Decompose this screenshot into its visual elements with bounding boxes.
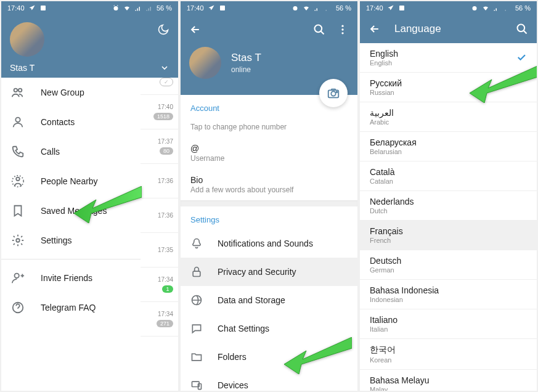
phone-icon <box>11 145 25 158</box>
language-item-italian[interactable]: Italiano Italian <box>360 309 537 339</box>
person-icon <box>11 115 25 129</box>
svg-point-16 <box>341 28 343 30</box>
settings-item-label: Chat Settings <box>218 324 269 333</box>
language-native: Italiano <box>370 315 527 325</box>
avatar[interactable] <box>10 22 44 57</box>
drawer-item-invite-friends[interactable]: Invite Friends <box>1 263 141 293</box>
divider <box>1 259 141 259</box>
status-bar: 17:40 56 % <box>1 1 178 15</box>
back-icon[interactable] <box>189 23 202 36</box>
drawer-item-telegram-faq[interactable]: Telegram FAQ <box>1 293 141 322</box>
drawer-item-saved-messages[interactable]: Saved Messages <box>1 196 141 226</box>
chat-row[interactable]: 17:341 <box>141 267 178 302</box>
check-icon <box>516 52 527 63</box>
language-item-german[interactable]: Deutsch German <box>360 250 537 280</box>
settings-item-label: Data and Storage <box>218 295 285 305</box>
signal2-icon <box>145 4 153 12</box>
language-item-catalan[interactable]: Català Catalan <box>360 161 537 191</box>
svg-point-17 <box>341 32 343 34</box>
status-time: 17:40 <box>7 4 25 12</box>
language-item-korean[interactable]: 한국어 Korean <box>360 339 537 370</box>
invite-icon <box>11 271 25 285</box>
search-icon[interactable] <box>313 23 325 36</box>
signal2-icon <box>504 4 512 12</box>
language-item-malay[interactable]: Bahasa Melayu Malay <box>360 370 537 391</box>
svg-point-20 <box>336 91 338 92</box>
language-english: Indonesian <box>370 296 527 303</box>
language-english: English <box>370 59 527 67</box>
settings-item-privacy-and-security[interactable]: Privacy and Security <box>181 258 357 286</box>
language-item-indonesian[interactable]: Bahasa Indonesia Indonesian <box>360 280 537 309</box>
language-item-dutch[interactable]: Nederlands Dutch <box>360 191 537 221</box>
camera-button[interactable] <box>319 79 348 107</box>
language-item-arabic[interactable]: العربية Arabic <box>360 102 537 132</box>
language-english: Belarusian <box>370 148 527 155</box>
language-english: Catalan <box>370 178 527 185</box>
chat-row[interactable]: 17:34271 <box>141 302 178 337</box>
profile-header: Stas T online <box>181 15 357 95</box>
language-english: Arabic <box>370 118 527 126</box>
battery-pct: 56 % <box>515 4 531 12</box>
svg-point-15 <box>341 25 343 27</box>
svg-point-29 <box>518 25 525 32</box>
drawer-item-people-nearby[interactable]: People Nearby <box>1 166 141 196</box>
language-english: Russian <box>370 89 527 96</box>
signal-icon <box>314 4 321 12</box>
language-item-belarusian[interactable]: Беларуская Belarusian <box>360 132 537 161</box>
night-mode-icon[interactable] <box>157 23 169 36</box>
language-item-english[interactable]: English English <box>360 43 537 73</box>
more-icon[interactable] <box>336 23 349 36</box>
settings-item-devices[interactable]: Devices <box>181 371 357 391</box>
phone-field[interactable]: Tap to change phone number <box>181 118 357 137</box>
language-english: Italian <box>370 325 527 333</box>
chevron-down-icon[interactable] <box>160 63 169 73</box>
settings-item-label: Privacy and Security <box>218 267 296 277</box>
chat-row[interactable]: 17:36 <box>141 164 178 198</box>
lock-icon <box>190 266 203 278</box>
language-english: French <box>370 237 527 244</box>
drawer-item-label: Invite Friends <box>41 273 92 283</box>
svg-point-28 <box>472 6 476 10</box>
username-field[interactable]: @ Username <box>181 137 357 169</box>
drawer-item-new-group[interactable]: New Group <box>1 78 141 107</box>
status-bar: 17:40 56 % <box>181 1 357 15</box>
language-english: Dutch <box>370 207 527 214</box>
chat-row[interactable]: 17:401518 <box>141 95 178 129</box>
signal2-icon <box>325 4 332 12</box>
svg-rect-27 <box>399 6 404 10</box>
language-panel: 17:40 56 % Language English English Русс… <box>360 1 537 391</box>
signal-icon <box>493 4 500 12</box>
svg-rect-0 <box>41 6 46 10</box>
language-item-french[interactable]: Français French <box>360 221 537 250</box>
settings-item-chat-settings[interactable]: Chat Settings <box>181 314 357 343</box>
drawer-header: Stas T <box>1 15 178 78</box>
chat-row[interactable]: 17:36 <box>141 198 178 233</box>
svg-point-6 <box>16 178 20 181</box>
svg-point-9 <box>15 274 19 278</box>
bio-field[interactable]: Bio Add a few words about yourself <box>181 169 357 200</box>
chat-row[interactable]: 17:3780 <box>141 129 178 164</box>
wifi-icon <box>482 4 489 12</box>
drawer-item-calls[interactable]: Calls <box>1 137 141 166</box>
language-native: Nederlands <box>370 197 527 206</box>
language-native: English <box>370 49 527 59</box>
settings-item-data-and-storage[interactable]: Data and Storage <box>181 286 357 314</box>
settings-item-folders[interactable]: Folders <box>181 343 357 371</box>
bell-icon <box>190 237 203 250</box>
avatar[interactable] <box>189 47 221 79</box>
divider <box>181 200 357 206</box>
language-item-russian[interactable]: Русский Russian <box>360 73 537 102</box>
wifi-icon <box>303 4 310 12</box>
app-icon <box>219 4 226 12</box>
drawer-item-settings[interactable]: Settings <box>1 226 141 255</box>
drawer-item-label: Contacts <box>41 117 75 127</box>
nearby-icon <box>11 174 25 188</box>
search-icon[interactable] <box>516 23 528 35</box>
language-native: Bahasa Melayu <box>370 375 527 385</box>
drawer-item-contacts[interactable]: Contacts <box>1 107 141 137</box>
chat-row[interactable]: 17:35 <box>141 233 178 267</box>
svg-point-4 <box>18 89 22 92</box>
back-icon[interactable] <box>369 23 381 35</box>
people-icon <box>11 86 25 99</box>
settings-item-notifications-and-sounds[interactable]: Notifications and Sounds <box>181 229 357 258</box>
